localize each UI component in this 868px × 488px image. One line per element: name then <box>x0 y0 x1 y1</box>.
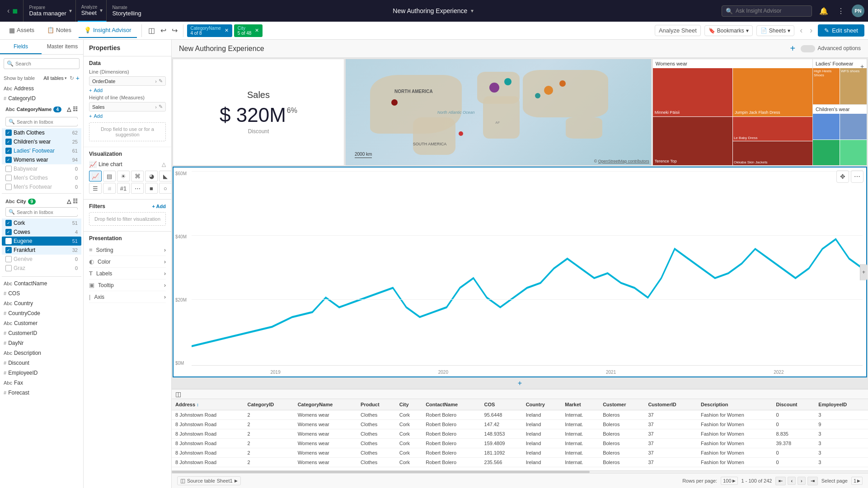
cat-checkbox-mens-fw[interactable] <box>5 184 12 190</box>
viz-bar[interactable]: ▤ <box>103 171 116 181</box>
undo-icon[interactable]: ↩ <box>159 24 168 37</box>
col-address[interactable]: Address ↕ <box>172 399 244 410</box>
col-market[interactable]: Market <box>561 399 599 410</box>
viz-table[interactable]: ⌘ <box>131 171 144 181</box>
tab-master-items[interactable]: Master items <box>42 40 83 54</box>
prev-sheet-btn[interactable]: ‹ <box>798 26 804 35</box>
rows-per-page-select[interactable]: 100 ▶ <box>721 477 737 485</box>
advanced-options-toggle[interactable] <box>799 45 815 53</box>
col-categoryname[interactable]: CategoryName <box>294 399 357 410</box>
category-search-input[interactable] <box>17 119 79 125</box>
col-product[interactable]: Product <box>357 399 396 410</box>
viz-scatter[interactable]: ☀ <box>117 171 130 181</box>
filter-city[interactable]: City 5 of 48 ✕ <box>234 24 263 37</box>
treemap-expand-btn[interactable]: + <box>859 63 866 70</box>
cat-checkbox-baby[interactable] <box>5 166 12 172</box>
nav-narrate[interactable]: Narrate Storytelling <box>108 0 145 22</box>
viz-area[interactable]: ◣ <box>159 171 172 181</box>
col-discount[interactable]: Discount <box>772 399 815 410</box>
table-row[interactable]: 8 Johnstown Road2Womens wearClothesCorkR… <box>172 439 868 448</box>
viz-treemap[interactable]: ◽ <box>103 183 116 194</box>
table-row[interactable]: 8 Johnstown Road2Womens wearClothesCorkR… <box>172 429 868 439</box>
cat-ladies-footwear[interactable]: ✓ Ladies' Footwear 61 <box>2 146 81 155</box>
fields-search-input[interactable] <box>15 61 78 66</box>
city-eugene[interactable]: ✓ Eugene 51 <box>2 237 81 246</box>
viz-gauge[interactable]: ○ <box>159 183 172 194</box>
insight-search-input[interactable] <box>736 8 799 14</box>
viz-line[interactable]: 📈 <box>89 171 102 181</box>
nav-prepare[interactable]: Prepare Data manager ▾ <box>25 0 75 22</box>
table-scrollbar[interactable] <box>172 470 868 473</box>
col-contactname[interactable]: ContactName <box>422 399 480 410</box>
tab-notes[interactable]: 📋 Notes <box>42 23 77 38</box>
field-address[interactable]: Abc Address <box>2 84 81 93</box>
tab-fields[interactable]: Fields <box>0 40 42 54</box>
add-field-icon[interactable]: + <box>76 74 80 82</box>
user-avatar[interactable]: PN <box>852 5 864 17</box>
viz-map[interactable]: ☰ <box>89 183 102 194</box>
measure-field[interactable]: Sales › ✎ <box>89 102 166 112</box>
bookmarks-btn[interactable]: 🔖 Bookmarks ▾ <box>704 25 753 36</box>
city-search-input[interactable] <box>17 209 79 215</box>
col-cos[interactable]: COS <box>481 399 522 410</box>
apps-grid-icon[interactable]: ⋮ <box>835 5 846 17</box>
table-scroll[interactable]: Address ↕ CategoryID CategoryName Produc… <box>172 399 868 470</box>
redo-icon[interactable]: ↪ <box>170 24 179 37</box>
field-employeeid[interactable]: # EmployeeID <box>2 368 81 378</box>
pres-axis[interactable]: | Axis › <box>89 291 166 303</box>
prev-page-btn[interactable]: ‹ <box>788 477 796 485</box>
filter-city-close[interactable]: ✕ <box>255 28 259 33</box>
cat-checkbox-bath[interactable]: ✓ <box>5 130 12 136</box>
col-city[interactable]: City <box>396 399 422 410</box>
right-add-btn[interactable]: + <box>860 264 867 280</box>
refresh-icon[interactable]: ↻ <box>70 75 74 81</box>
tab-assets[interactable]: ▦ Assets <box>4 23 40 38</box>
next-sheet-btn[interactable]: › <box>808 26 814 35</box>
col-customerid[interactable]: CustomerID <box>644 399 697 410</box>
first-page-btn[interactable]: ⇤ <box>775 477 786 485</box>
chart-more-btn[interactable]: ⋯ <box>851 170 863 183</box>
cat-checkbox-womens[interactable]: ✓ <box>5 157 12 163</box>
col-categoryid[interactable]: CategoryID <box>244 399 294 410</box>
filter-category-name[interactable]: CategoryName 4 of 8 ✕ <box>187 24 232 37</box>
fields-search[interactable]: 🔍 <box>4 58 80 69</box>
edit-sheet-button[interactable]: ✎ Edit sheet <box>818 24 864 37</box>
city-drag-icon[interactable]: ☷ <box>73 198 78 204</box>
add-measure-btn[interactable]: + Add <box>89 112 166 121</box>
grid-icon[interactable]: ◫ <box>146 24 157 37</box>
sheets-btn[interactable]: 📄 Sheets ▾ <box>756 25 794 36</box>
cat-mens-footwear[interactable]: Men's Footwear 0 <box>2 182 81 191</box>
cat-womens-wear[interactable]: ✓ Womens wear 94 <box>2 155 81 164</box>
pres-sorting[interactable]: ≡ Sorting › <box>89 244 166 256</box>
city-geneve[interactable]: Genève 0 <box>2 255 81 264</box>
city-toggle-icon[interactable]: △ <box>67 198 71 204</box>
field-contactname[interactable]: Abc ContactName <box>2 279 81 288</box>
col-customer[interactable]: Customer <box>599 399 644 410</box>
page-number-select[interactable]: 1 ▶ <box>851 477 863 485</box>
col-country[interactable]: Country <box>522 399 562 410</box>
city-frankfurt[interactable]: ✓ Frankfurt 32 <box>2 246 81 255</box>
add-dimension-btn[interactable]: + Add <box>89 86 166 95</box>
field-cos[interactable]: # COS <box>2 288 81 298</box>
cat-checkbox-children[interactable]: ✓ <box>5 139 12 145</box>
table-row[interactable]: 8 Johnstown Road2Womens wearClothesCorkR… <box>172 420 868 429</box>
viz-combo[interactable]: #1 <box>117 183 130 194</box>
insight-search[interactable]: 🔍 <box>722 5 812 17</box>
measure-arrow[interactable]: › <box>155 104 157 110</box>
city-checkbox-cowes[interactable]: ✓ <box>5 229 12 235</box>
field-countrycode[interactable]: # CountryCode <box>2 308 81 318</box>
add-row-divider[interactable]: + <box>172 378 868 389</box>
pres-color[interactable]: ◐ Color › <box>89 256 166 268</box>
next-page-btn[interactable]: › <box>798 477 806 485</box>
cat-bath-clothes[interactable]: ✓ Bath Clothes 62 <box>2 128 81 137</box>
field-fax[interactable]: Abc Fax <box>2 378 81 388</box>
cat-drag-icon[interactable]: ☷ <box>73 106 78 112</box>
field-country[interactable]: Abc Country <box>2 298 81 308</box>
field-categoryid[interactable]: # CategoryID <box>2 93 81 103</box>
chart-expand-btn[interactable]: ✥ <box>836 170 849 183</box>
category-search[interactable]: 🔍 <box>5 117 78 126</box>
measure-edit[interactable]: ✎ <box>159 104 163 110</box>
city-checkbox-frankfurt[interactable]: ✓ <box>5 247 12 253</box>
col-description[interactable]: Description <box>697 399 772 410</box>
field-description[interactable]: Abc Description <box>2 348 81 358</box>
